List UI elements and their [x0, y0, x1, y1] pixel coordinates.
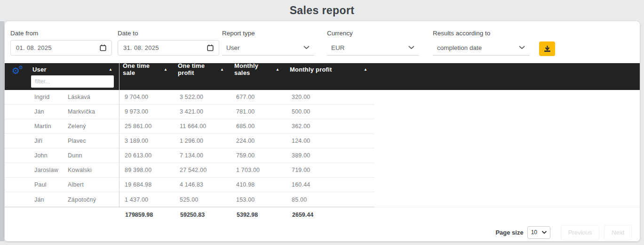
total-one-time-sale: 179859.98 [119, 212, 174, 218]
total-monthly-sales: 5392.98 [231, 212, 286, 218]
report-type-select[interactable]: User [222, 40, 314, 56]
totals-row: 179859.98 59250.83 5392.98 2659.44 [5, 207, 640, 222]
sort-asc-icon: ▲ [220, 67, 224, 72]
date-to-input[interactable]: 31. 08. 2025 [118, 40, 219, 56]
download-icon [544, 45, 551, 52]
table-row: JohnDunn 20 613.00 7 134.00 759.00 389.0… [5, 148, 374, 163]
page-size-label: Page size [495, 229, 523, 236]
sort-asc-icon: ▲ [276, 67, 279, 72]
calendar-icon[interactable] [207, 44, 214, 51]
pagination: Page size 10 Previous Next [495, 225, 632, 240]
page-size-value: 10 [531, 229, 537, 236]
sort-asc-icon: ▲ [164, 67, 167, 72]
header-monthly-sales[interactable]: Monthly sales ▲ [231, 63, 286, 75]
date-from-value: 01. 08. 2025 [16, 44, 52, 51]
date-to-label: Date to [118, 30, 219, 37]
report-card: Date from 01. 08. 2025 Date to 31. 08. 2… [5, 21, 640, 241]
column-separator [119, 63, 119, 90]
results-according-value: completion date [437, 44, 482, 51]
table-row: JaroslawKowalski 89 398.00 27 542.00 1 7… [5, 163, 374, 178]
page-title: Sales report [290, 4, 355, 17]
report-type-label: Report type [222, 30, 314, 37]
header-one-time-sale[interactable]: One time sale ▲ [119, 63, 174, 75]
date-to-field: Date to 31. 08. 2025 [118, 30, 219, 56]
next-button[interactable]: Next [604, 225, 632, 240]
page-header: Sales report [0, 0, 644, 21]
calendar-icon[interactable] [100, 44, 106, 51]
currency-label: Currency [327, 30, 419, 37]
date-from-label: Date from [10, 30, 112, 37]
results-according-label: Results according to [433, 30, 530, 37]
user-filter-input[interactable] [31, 75, 114, 88]
report-type-value: User [226, 44, 240, 51]
user-filter-cell [31, 75, 119, 90]
table-row: PaulAlbert 19 684.98 4 146.83 410.98 160… [5, 178, 374, 192]
sort-asc-icon: ▲ [109, 67, 112, 72]
results-according-select[interactable]: completion date [433, 40, 530, 56]
sort-asc-icon: ▲ [364, 67, 367, 72]
table-row: MartinZelený 25 861.00 11 664.00 685.00 … [5, 119, 374, 134]
date-from-field: Date from 01. 08. 2025 [10, 30, 112, 56]
table-row: JánZápotočný 1 437.00 525.00 153.00 85.0… [5, 192, 374, 207]
scrollbar-strip[interactable] [0, 21, 4, 241]
table-row: JánMarkvička 9 973.00 3 421.00 781.00 50… [5, 105, 374, 119]
header-one-time-profit[interactable]: One time profit ▲ [174, 63, 231, 75]
chevron-down-icon [542, 231, 547, 234]
chevron-down-icon [519, 46, 525, 49]
total-one-time-profit: 59250.83 [174, 212, 231, 218]
report-type-field: Report type User [222, 30, 314, 56]
table-body: IngridLáskavá 9 704.00 3 522.00 677.00 3… [5, 90, 374, 207]
results-according-field: Results according to completion date [433, 30, 530, 56]
currency-select[interactable]: EUR [327, 40, 419, 56]
table-row: IngridLáskavá 9 704.00 3 522.00 677.00 3… [5, 90, 374, 105]
chevron-down-icon [408, 46, 414, 49]
table-row: JiříPlavec 3 189.00 1 296.00 224.00 124.… [5, 134, 374, 148]
date-to-value: 31. 08. 2025 [123, 44, 159, 51]
total-monthly-profit: 2659.44 [286, 212, 374, 218]
currency-field: Currency EUR [327, 30, 419, 56]
table-header: ⚙⚙ User ▲ One time sale ▲ One time profi… [5, 63, 640, 90]
page-size-select[interactable]: 10 [527, 226, 550, 239]
header-user[interactable]: User ▲ [31, 63, 119, 75]
previous-button[interactable]: Previous [561, 225, 600, 240]
column-separator [119, 90, 119, 207]
date-from-input[interactable]: 01. 08. 2025 [10, 40, 112, 56]
header-monthly-profit[interactable]: Monthly profit ▲ [286, 63, 374, 75]
column-settings-cell: ⚙⚙ [5, 63, 31, 90]
filters-bar: Date from 01. 08. 2025 Date to 31. 08. 2… [5, 21, 640, 63]
gears-icon[interactable]: ⚙⚙ [12, 66, 20, 76]
download-button[interactable] [539, 41, 555, 56]
currency-value: EUR [331, 44, 345, 51]
chevron-down-icon [303, 46, 310, 49]
